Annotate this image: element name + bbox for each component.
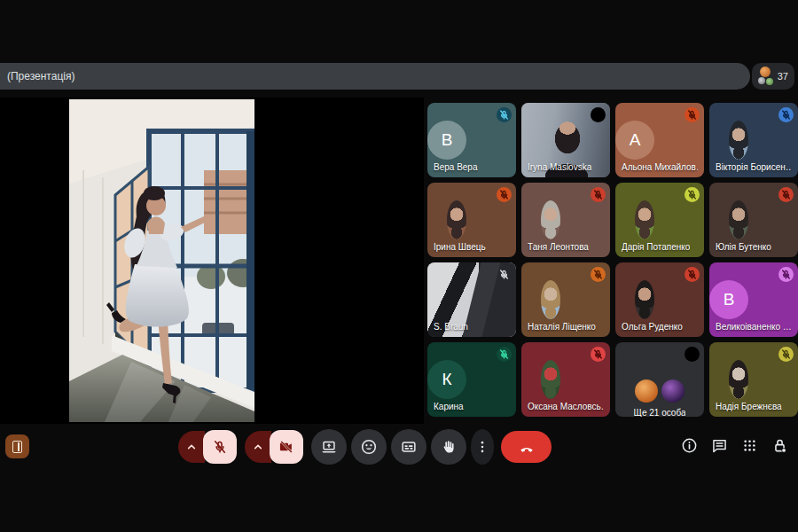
participant-name: Ще 21 особа xyxy=(634,408,686,417)
overflow-avatar xyxy=(560,368,583,391)
avatar-initial: В xyxy=(427,121,466,160)
participant-name: Дарія Потапенко xyxy=(622,242,690,253)
captions-button[interactable] xyxy=(391,429,426,465)
participant-avatars-cluster xyxy=(758,66,774,87)
participant-tile[interactable]: Таня Леонтова xyxy=(521,183,610,257)
raise-hand-button[interactable] xyxy=(431,429,466,465)
mic-expand-button[interactable] xyxy=(178,431,205,463)
overflow-avatars xyxy=(748,208,798,231)
overflow-avatar xyxy=(748,368,771,391)
end-call-button[interactable] xyxy=(501,431,552,463)
reactions-button[interactable] xyxy=(351,429,387,465)
overflow-avatars xyxy=(466,368,516,391)
overflow-avatar xyxy=(748,129,771,152)
overflow-avatars xyxy=(748,288,798,311)
mic-muted-icon xyxy=(778,347,794,362)
overflow-avatar xyxy=(748,208,771,231)
overflow-avatars xyxy=(560,368,610,391)
overflow-avatars xyxy=(560,208,610,231)
participant-tile[interactable]: В Великоіваненко … xyxy=(709,262,798,337)
avatar-initial xyxy=(521,360,541,399)
avatar-photo xyxy=(635,280,654,319)
participant-tile[interactable]: А Альона Михайлов… xyxy=(615,103,704,177)
mic-toggle-button[interactable] xyxy=(203,430,237,464)
participant-tile[interactable]: В Вера Вера xyxy=(427,103,516,177)
avatar-initial xyxy=(640,342,679,374)
participant-tile[interactable]: Iryna Maslovska xyxy=(521,103,610,177)
participant-name: Iryna Maslovska xyxy=(528,162,591,173)
overflow-avatars xyxy=(560,288,610,311)
camera-expand-button[interactable] xyxy=(245,431,271,463)
avatar-photo xyxy=(541,360,560,399)
participant-avatar xyxy=(766,78,773,85)
overflow-avatars xyxy=(654,129,704,152)
participant-name: Таня Леонтова xyxy=(528,242,589,253)
overflow-avatar xyxy=(587,208,610,231)
participant-tile[interactable]: Юлія Бутенко xyxy=(709,183,798,257)
overflow-avatar xyxy=(635,379,658,403)
mic-muted-icon xyxy=(778,267,794,282)
present-screen-button[interactable] xyxy=(311,429,347,465)
participant-name: Оксана Масловсь… xyxy=(528,402,604,412)
camera-off-icon xyxy=(278,438,295,456)
presentation-title: (Презентація) xyxy=(7,70,74,82)
participant-tile[interactable]: Оксана Масловсь… xyxy=(521,342,610,417)
overflow-avatar xyxy=(661,379,685,403)
participant-name: Надія Брежнєва xyxy=(716,402,782,412)
chevron-up-icon xyxy=(251,440,265,454)
meeting-app-button[interactable] xyxy=(5,434,29,458)
participant-tile[interactable]: Вікторія Борисен… xyxy=(709,103,798,177)
participant-name: Альона Михайлов… xyxy=(622,162,698,173)
participant-tile[interactable]: Наталія Ліщенко xyxy=(521,262,610,337)
avatar-initial xyxy=(709,200,729,239)
overflow-avatar xyxy=(560,208,583,231)
avatar-photo xyxy=(541,280,560,319)
overflow-avatar xyxy=(775,288,798,311)
participant-name: S. Braun xyxy=(434,322,468,332)
participant-tile[interactable]: S. Braun xyxy=(427,262,516,337)
participant-tile[interactable]: Ольга Руденко xyxy=(615,262,704,337)
present-screen-icon xyxy=(319,437,339,457)
mic-muted-icon xyxy=(497,347,512,362)
meeting-details-button[interactable] xyxy=(680,436,699,455)
participant-name: Великоіваненко … xyxy=(716,322,792,332)
chat-button[interactable] xyxy=(710,436,729,455)
overflow-avatar xyxy=(493,129,516,152)
smiley-icon xyxy=(359,437,379,457)
participants-count-pill[interactable]: 37 xyxy=(752,63,794,90)
participant-tile[interactable]: Ще 21 особа xyxy=(615,342,704,417)
overflow-avatar xyxy=(681,129,704,152)
presentation-stage[interactable] xyxy=(0,98,424,424)
participants-count: 37 xyxy=(778,71,788,82)
overflow-avatars xyxy=(654,288,704,311)
call-controls xyxy=(178,429,552,465)
overflow-avatar xyxy=(654,129,677,152)
overflow-avatar xyxy=(681,208,704,231)
mic-muted-icon xyxy=(591,187,606,202)
avatar-initial xyxy=(521,200,541,239)
host-controls-button[interactable] xyxy=(771,436,789,455)
avatar-photo xyxy=(541,200,560,239)
overflow-avatar xyxy=(681,288,704,311)
meet-window: (Презентація) 37 xyxy=(0,0,798,532)
phone-down-icon xyxy=(517,437,536,457)
participant-tile[interactable]: Надія Брежнєва xyxy=(709,342,798,417)
mic-muted-icon xyxy=(497,187,512,202)
captions-icon xyxy=(399,437,419,457)
participant-tile[interactable]: К Карина xyxy=(427,342,516,417)
activities-button[interactable] xyxy=(740,436,759,455)
participant-name: Ірина Швець xyxy=(434,242,486,253)
mic-muted-icon xyxy=(778,187,794,202)
participant-tile[interactable]: Дарія Потапенко xyxy=(615,183,704,257)
mic-control-group xyxy=(178,430,237,464)
overflow-avatars xyxy=(748,368,798,391)
mic-muted-icon xyxy=(591,107,606,122)
three-dots-icon xyxy=(474,439,490,455)
participant-tile[interactable]: Ірина Швець xyxy=(427,183,516,257)
more-options-button[interactable] xyxy=(471,429,494,465)
overflow-avatars xyxy=(635,379,685,403)
overflow-avatars xyxy=(654,208,704,231)
mic-muted-icon xyxy=(685,347,700,362)
camera-toggle-button[interactable] xyxy=(270,430,303,464)
camera-control-group xyxy=(245,430,303,464)
